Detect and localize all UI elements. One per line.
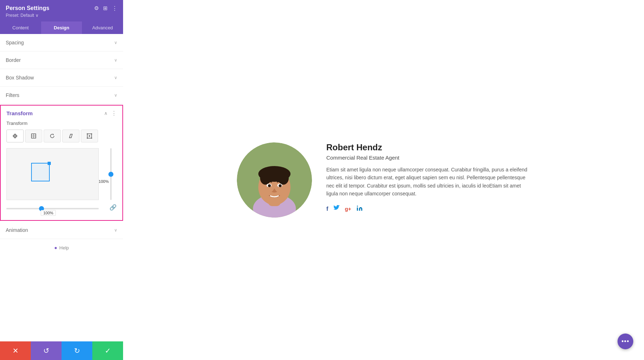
panel-preset[interactable]: Preset: Default ∨ bbox=[6, 13, 117, 18]
svg-point-6 bbox=[89, 135, 90, 137]
filters-label: Filters bbox=[6, 92, 19, 98]
svg-point-18 bbox=[278, 172, 289, 185]
animation-label: Animation bbox=[6, 227, 28, 233]
transform-section: Transform ∧ ⋮ Transform bbox=[0, 105, 123, 221]
horizontal-slider-track bbox=[6, 208, 99, 209]
person-role: Commercial Real Estate Agent bbox=[326, 155, 530, 161]
panel-header: Person Settings ⚙ ⊞ ⋮ Preset: Default ∨ bbox=[0, 0, 123, 21]
panel-header-icons: ⚙ ⊞ ⋮ bbox=[94, 5, 117, 11]
svg-point-8 bbox=[91, 133, 92, 135]
transform-scale-btn[interactable] bbox=[25, 130, 42, 142]
tab-content[interactable]: Content bbox=[0, 21, 41, 34]
help-label: Help bbox=[59, 245, 69, 250]
tab-advanced[interactable]: Advanced bbox=[82, 21, 123, 34]
svg-point-7 bbox=[87, 133, 88, 135]
vertical-slider-track bbox=[110, 148, 112, 200]
vertical-slider-thumb[interactable] bbox=[108, 172, 113, 177]
border-label: Border bbox=[6, 57, 21, 63]
gear-icon[interactable]: ⚙ bbox=[94, 5, 99, 11]
tab-design[interactable]: Design bbox=[41, 21, 82, 34]
panel-title: Person Settings bbox=[6, 5, 49, 11]
redo-button[interactable]: ↻ bbox=[62, 341, 92, 360]
grid-icon[interactable]: ⊞ bbox=[103, 5, 108, 11]
svg-point-21 bbox=[268, 184, 271, 187]
dots-icon[interactable]: ⋮ bbox=[112, 5, 117, 11]
gplus-icon[interactable]: g+ bbox=[345, 206, 351, 212]
transform-element[interactable] bbox=[31, 163, 50, 181]
transform-canvas-area: 100% 🔗 100% bbox=[6, 148, 117, 214]
panel-body: Spacing ∨ Border ∨ Box Shadow ∨ Filters … bbox=[0, 34, 123, 360]
border-chevron: ∨ bbox=[114, 58, 117, 63]
filters-chevron: ∨ bbox=[114, 93, 117, 98]
link-icon[interactable]: 🔗 bbox=[109, 204, 117, 211]
facebook-icon[interactable]: f bbox=[326, 205, 328, 213]
transform-icons-row bbox=[6, 130, 117, 142]
bottom-bar: ✕ ↺ ↻ ✓ bbox=[0, 341, 123, 360]
animation-chevron: ∨ bbox=[114, 228, 117, 233]
panel-header-top: Person Settings ⚙ ⊞ ⋮ bbox=[6, 5, 117, 11]
transform-sublabel: Transform bbox=[6, 121, 117, 126]
transform-body: Transform bbox=[1, 121, 122, 220]
person-bio: Etiam sit amet ligula non neque ullamcor… bbox=[326, 166, 530, 198]
scale-x-value-bubble: 100% bbox=[41, 210, 56, 216]
scale-y-value: 100% bbox=[99, 179, 109, 184]
transform-move-btn[interactable] bbox=[6, 130, 24, 142]
twitter-icon[interactable] bbox=[333, 205, 340, 213]
transform-header: Transform ∧ ⋮ bbox=[1, 106, 122, 121]
svg-point-10 bbox=[91, 138, 92, 139]
left-panel: Person Settings ⚙ ⊞ ⋮ Preset: Default ∨ … bbox=[0, 0, 123, 360]
linkedin-icon[interactable] bbox=[356, 205, 363, 213]
section-animation[interactable]: Animation ∨ bbox=[0, 222, 123, 239]
svg-point-9 bbox=[87, 138, 88, 139]
bottom-spacer bbox=[0, 256, 123, 275]
section-border[interactable]: Border ∨ bbox=[0, 52, 123, 69]
section-spacing[interactable]: Spacing ∨ bbox=[0, 34, 123, 52]
right-content: Robert Hendz Commercial Real Estate Agen… bbox=[123, 0, 644, 360]
transform-title: Transform bbox=[6, 110, 33, 116]
transform-skew-btn[interactable] bbox=[62, 130, 79, 142]
undo-button[interactable]: ↺ bbox=[31, 341, 62, 360]
transform-origin-btn[interactable] bbox=[81, 130, 98, 142]
help-icon: ● bbox=[54, 245, 57, 250]
svg-point-17 bbox=[260, 172, 271, 185]
help-row[interactable]: ● Help bbox=[0, 239, 123, 256]
spacing-label: Spacing bbox=[6, 40, 24, 45]
transform-rotate-btn[interactable] bbox=[44, 130, 61, 142]
svg-point-23 bbox=[357, 205, 358, 206]
transform-more-icon[interactable]: ⋮ bbox=[111, 110, 117, 116]
box-shadow-label: Box Shadow bbox=[6, 75, 34, 81]
cancel-button[interactable]: ✕ bbox=[0, 341, 31, 360]
transform-collapse-icon[interactable]: ∧ bbox=[104, 111, 108, 116]
section-box-shadow[interactable]: Box Shadow ∨ bbox=[0, 69, 123, 87]
person-info: Robert Hendz Commercial Real Estate Agen… bbox=[326, 142, 530, 213]
spacing-chevron: ∨ bbox=[114, 40, 117, 45]
person-name: Robert Hendz bbox=[326, 142, 530, 152]
horizontal-slider-fill bbox=[6, 208, 42, 209]
svg-point-22 bbox=[279, 184, 282, 187]
person-card: Robert Hendz Commercial Real Estate Agen… bbox=[237, 142, 530, 218]
transform-canvas bbox=[6, 148, 99, 200]
save-button[interactable]: ✓ bbox=[92, 341, 123, 360]
floating-dots-button[interactable]: ••• bbox=[618, 334, 633, 349]
transform-header-icons: ∧ ⋮ bbox=[104, 110, 117, 116]
social-icons: f g+ bbox=[326, 205, 530, 213]
box-shadow-chevron: ∨ bbox=[114, 75, 117, 80]
panel-tabs: Content Design Advanced bbox=[0, 21, 123, 34]
transform-element-handle bbox=[48, 162, 51, 165]
section-filters[interactable]: Filters ∨ bbox=[0, 87, 123, 104]
person-avatar bbox=[237, 142, 312, 218]
